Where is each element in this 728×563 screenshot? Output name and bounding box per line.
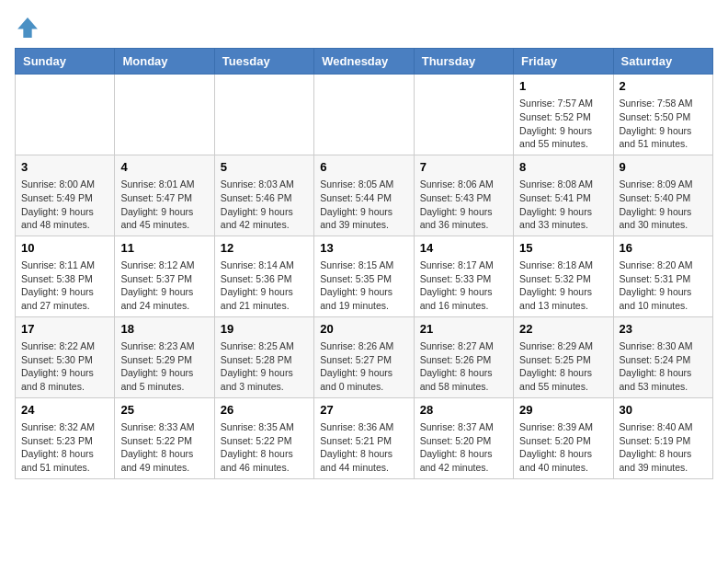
day-info: Sunrise: 8:11 AMSunset: 5:38 PMDaylight:… <box>21 259 108 313</box>
day-info: Sunrise: 8:15 AMSunset: 5:35 PMDaylight:… <box>320 259 407 313</box>
calendar-table: SundayMondayTuesdayWednesdayThursdayFrid… <box>15 48 713 479</box>
day-info: Sunrise: 8:08 AMSunset: 5:41 PMDaylight:… <box>519 178 607 232</box>
day-number: 30 <box>620 402 707 419</box>
calendar-cell: 26Sunrise: 8:35 AMSunset: 5:22 PMDayligh… <box>214 397 313 478</box>
calendar-cell: 13Sunrise: 8:15 AMSunset: 5:35 PMDayligh… <box>314 236 414 316</box>
day-info: Sunrise: 8:20 AMSunset: 5:31 PMDaylight:… <box>620 259 707 313</box>
calendar-week-row: 24Sunrise: 8:32 AMSunset: 5:23 PMDayligh… <box>16 397 713 478</box>
calendar-week-row: 10Sunrise: 8:11 AMSunset: 5:38 PMDayligh… <box>16 236 713 316</box>
day-info: Sunrise: 8:00 AMSunset: 5:49 PMDaylight:… <box>21 178 108 232</box>
day-number: 8 <box>519 159 607 176</box>
calendar-cell: 4Sunrise: 8:01 AMSunset: 5:47 PMDaylight… <box>115 155 214 236</box>
weekday-header: Tuesday <box>214 49 313 75</box>
day-info: Sunrise: 7:57 AMSunset: 5:52 PMDaylight:… <box>519 97 607 151</box>
day-info: Sunrise: 8:14 AMSunset: 5:36 PMDaylight:… <box>221 259 308 313</box>
day-info: Sunrise: 8:35 AMSunset: 5:22 PMDaylight:… <box>221 420 308 475</box>
calendar-cell <box>16 75 115 155</box>
day-number: 13 <box>320 240 407 257</box>
day-info: Sunrise: 8:32 AMSunset: 5:23 PMDaylight:… <box>21 420 108 475</box>
day-info: Sunrise: 8:03 AMSunset: 5:46 PMDaylight:… <box>221 178 308 232</box>
day-number: 10 <box>21 240 108 257</box>
calendar-cell: 23Sunrise: 8:30 AMSunset: 5:24 PMDayligh… <box>613 316 712 397</box>
calendar-cell <box>314 75 414 155</box>
day-info: Sunrise: 8:29 AMSunset: 5:25 PMDaylight:… <box>519 339 607 394</box>
day-number: 27 <box>320 402 407 419</box>
calendar-cell: 18Sunrise: 8:23 AMSunset: 5:29 PMDayligh… <box>115 316 214 397</box>
day-number: 7 <box>420 159 507 176</box>
calendar-cell: 9Sunrise: 8:09 AMSunset: 5:40 PMDaylight… <box>613 155 712 236</box>
day-info: Sunrise: 8:18 AMSunset: 5:32 PMDaylight:… <box>519 259 607 313</box>
day-number: 9 <box>620 159 707 176</box>
calendar-cell: 1Sunrise: 7:57 AMSunset: 5:52 PMDaylight… <box>514 75 613 155</box>
calendar-cell <box>214 75 313 155</box>
day-info: Sunrise: 8:26 AMSunset: 5:27 PMDaylight:… <box>320 339 407 394</box>
logo <box>15 15 44 40</box>
calendar-cell: 19Sunrise: 8:25 AMSunset: 5:28 PMDayligh… <box>214 316 313 397</box>
calendar-cell: 28Sunrise: 8:37 AMSunset: 5:20 PMDayligh… <box>414 397 513 478</box>
calendar-cell <box>414 75 513 155</box>
day-info: Sunrise: 8:40 AMSunset: 5:19 PMDaylight:… <box>620 420 707 475</box>
calendar-header-row: SundayMondayTuesdayWednesdayThursdayFrid… <box>16 49 713 75</box>
day-number: 26 <box>221 402 308 419</box>
day-info: Sunrise: 8:25 AMSunset: 5:28 PMDaylight:… <box>221 339 308 394</box>
calendar-cell <box>115 75 214 155</box>
day-info: Sunrise: 8:23 AMSunset: 5:29 PMDaylight:… <box>120 339 208 394</box>
day-number: 25 <box>120 402 208 419</box>
calendar-cell: 2Sunrise: 7:58 AMSunset: 5:50 PMDaylight… <box>613 75 712 155</box>
calendar-cell: 22Sunrise: 8:29 AMSunset: 5:25 PMDayligh… <box>514 316 613 397</box>
day-number: 20 <box>320 321 407 338</box>
day-number: 16 <box>620 240 707 257</box>
day-number: 14 <box>420 240 507 257</box>
day-number: 6 <box>320 159 407 176</box>
calendar-cell: 16Sunrise: 8:20 AMSunset: 5:31 PMDayligh… <box>613 236 712 316</box>
day-number: 2 <box>620 78 707 95</box>
day-number: 4 <box>120 159 208 176</box>
calendar-cell: 24Sunrise: 8:32 AMSunset: 5:23 PMDayligh… <box>16 397 115 478</box>
calendar-cell: 8Sunrise: 8:08 AMSunset: 5:41 PMDaylight… <box>514 155 613 236</box>
day-info: Sunrise: 8:39 AMSunset: 5:20 PMDaylight:… <box>519 420 607 475</box>
svg-marker-0 <box>17 17 38 38</box>
day-number: 18 <box>120 321 208 338</box>
day-number: 23 <box>620 321 707 338</box>
day-info: Sunrise: 8:33 AMSunset: 5:22 PMDaylight:… <box>120 420 208 475</box>
day-info: Sunrise: 8:09 AMSunset: 5:40 PMDaylight:… <box>620 178 707 232</box>
day-info: Sunrise: 8:05 AMSunset: 5:44 PMDaylight:… <box>320 178 407 232</box>
calendar-cell: 7Sunrise: 8:06 AMSunset: 5:43 PMDaylight… <box>414 155 513 236</box>
calendar-week-row: 3Sunrise: 8:00 AMSunset: 5:49 PMDaylight… <box>16 155 713 236</box>
calendar-cell: 21Sunrise: 8:27 AMSunset: 5:26 PMDayligh… <box>414 316 513 397</box>
day-info: Sunrise: 8:37 AMSunset: 5:20 PMDaylight:… <box>420 420 507 475</box>
logo-icon <box>15 15 40 40</box>
weekday-header: Wednesday <box>314 49 414 75</box>
calendar-cell: 30Sunrise: 8:40 AMSunset: 5:19 PMDayligh… <box>613 397 712 478</box>
day-info: Sunrise: 8:06 AMSunset: 5:43 PMDaylight:… <box>420 178 507 232</box>
page-header <box>15 15 713 40</box>
calendar-cell: 3Sunrise: 8:00 AMSunset: 5:49 PMDaylight… <box>16 155 115 236</box>
calendar-cell: 6Sunrise: 8:05 AMSunset: 5:44 PMDaylight… <box>314 155 414 236</box>
calendar-cell: 17Sunrise: 8:22 AMSunset: 5:30 PMDayligh… <box>16 316 115 397</box>
day-info: Sunrise: 7:58 AMSunset: 5:50 PMDaylight:… <box>620 97 707 151</box>
day-number: 12 <box>221 240 308 257</box>
day-number: 29 <box>519 402 607 419</box>
day-info: Sunrise: 8:36 AMSunset: 5:21 PMDaylight:… <box>320 420 407 475</box>
calendar-cell: 15Sunrise: 8:18 AMSunset: 5:32 PMDayligh… <box>514 236 613 316</box>
weekday-header: Thursday <box>414 49 513 75</box>
day-number: 3 <box>21 159 108 176</box>
day-info: Sunrise: 8:22 AMSunset: 5:30 PMDaylight:… <box>21 339 108 394</box>
day-number: 15 <box>519 240 607 257</box>
day-info: Sunrise: 8:12 AMSunset: 5:37 PMDaylight:… <box>120 259 208 313</box>
calendar-cell: 27Sunrise: 8:36 AMSunset: 5:21 PMDayligh… <box>314 397 414 478</box>
day-number: 28 <box>420 402 507 419</box>
day-number: 22 <box>519 321 607 338</box>
calendar-cell: 29Sunrise: 8:39 AMSunset: 5:20 PMDayligh… <box>514 397 613 478</box>
calendar-week-row: 17Sunrise: 8:22 AMSunset: 5:30 PMDayligh… <box>16 316 713 397</box>
calendar-cell: 11Sunrise: 8:12 AMSunset: 5:37 PMDayligh… <box>115 236 214 316</box>
calendar-cell: 14Sunrise: 8:17 AMSunset: 5:33 PMDayligh… <box>414 236 513 316</box>
calendar-cell: 5Sunrise: 8:03 AMSunset: 5:46 PMDaylight… <box>214 155 313 236</box>
calendar-cell: 10Sunrise: 8:11 AMSunset: 5:38 PMDayligh… <box>16 236 115 316</box>
calendar-cell: 25Sunrise: 8:33 AMSunset: 5:22 PMDayligh… <box>115 397 214 478</box>
day-number: 5 <box>221 159 308 176</box>
weekday-header: Sunday <box>16 49 115 75</box>
day-number: 19 <box>221 321 308 338</box>
weekday-header: Monday <box>115 49 214 75</box>
day-info: Sunrise: 8:17 AMSunset: 5:33 PMDaylight:… <box>420 259 507 313</box>
